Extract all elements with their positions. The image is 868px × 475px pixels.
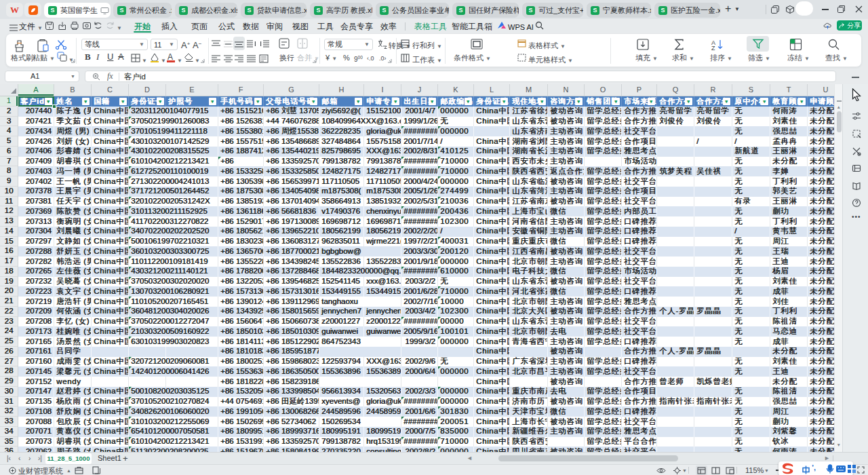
svg-text:Z: Z [711,45,715,51]
